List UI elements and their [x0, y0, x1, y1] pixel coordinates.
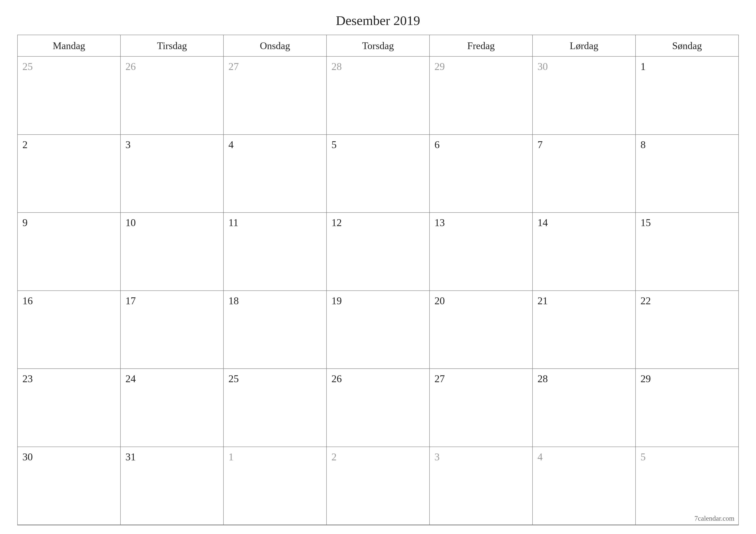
- weekday-header: Torsdag: [327, 35, 430, 57]
- day-cell: 2: [327, 447, 430, 525]
- day-cell: 2: [18, 135, 121, 213]
- day-number: 4: [229, 139, 233, 150]
- week-row: 16171819202122: [18, 291, 738, 369]
- day-number: 26: [125, 61, 136, 72]
- day-number: 31: [125, 451, 136, 463]
- week-row: 303112345: [18, 447, 738, 525]
- day-number: 13: [434, 217, 445, 228]
- day-number: 23: [22, 373, 33, 384]
- day-number: 28: [537, 373, 548, 384]
- day-cell: 23: [18, 369, 121, 447]
- weekday-header-row: Mandag Tirsdag Onsdag Torsdag Fredag Lør…: [18, 35, 738, 57]
- day-number: 25: [22, 61, 33, 72]
- footer-attribution: 7calendar.com: [694, 514, 735, 522]
- day-number: 6: [434, 139, 440, 150]
- day-number: 1: [640, 61, 646, 72]
- day-cell: 15: [636, 213, 738, 291]
- day-number: 16: [22, 295, 33, 306]
- day-number: 9: [22, 217, 28, 228]
- day-number: 1: [229, 451, 233, 463]
- day-cell: 13: [430, 213, 533, 291]
- day-number: 24: [125, 373, 136, 384]
- day-number: 11: [229, 217, 238, 228]
- day-number: 20: [434, 295, 445, 306]
- day-cell: 5: [327, 135, 430, 213]
- day-cell: 22: [636, 291, 738, 369]
- day-number: 10: [125, 217, 136, 228]
- day-number: 25: [229, 373, 239, 384]
- day-cell: 5: [636, 447, 738, 525]
- day-number: 2: [332, 451, 337, 463]
- day-cell: 30: [533, 57, 636, 135]
- day-cell: 29: [636, 369, 738, 447]
- day-cell: 11: [224, 213, 327, 291]
- day-number: 14: [537, 217, 548, 228]
- day-cell: 24: [121, 369, 224, 447]
- calendar-title: Desember 2019: [17, 13, 739, 28]
- day-cell: 3: [430, 447, 533, 525]
- day-number: 26: [332, 373, 342, 384]
- day-cell: 4: [224, 135, 327, 213]
- day-cell: 29: [430, 57, 533, 135]
- day-cell: 14: [533, 213, 636, 291]
- day-number: 29: [640, 373, 651, 384]
- day-number: 19: [332, 295, 342, 306]
- day-number: 28: [332, 61, 342, 72]
- day-number: 18: [229, 295, 239, 306]
- weekday-header: Onsdag: [224, 35, 327, 57]
- day-number: 5: [640, 451, 646, 463]
- week-row: 9101112131415: [18, 213, 738, 291]
- day-number: 15: [640, 217, 651, 228]
- day-cell: 10: [121, 213, 224, 291]
- day-number: 12: [332, 217, 342, 228]
- day-cell: 26: [327, 369, 430, 447]
- day-cell: 28: [533, 369, 636, 447]
- day-number: 30: [22, 451, 33, 463]
- day-cell: 21: [533, 291, 636, 369]
- day-number: 2: [22, 139, 28, 150]
- weekday-header: Fredag: [430, 35, 533, 57]
- week-row: 23242526272829: [18, 369, 738, 447]
- day-cell: 3: [121, 135, 224, 213]
- weekday-header: Søndag: [636, 35, 738, 57]
- day-number: 4: [537, 451, 543, 463]
- day-cell: 19: [327, 291, 430, 369]
- day-cell: 28: [327, 57, 430, 135]
- day-cell: 27: [430, 369, 533, 447]
- day-cell: 12: [327, 213, 430, 291]
- day-number: 7: [537, 139, 543, 150]
- day-number: 22: [640, 295, 651, 306]
- day-number: 21: [537, 295, 548, 306]
- day-number: 27: [434, 373, 445, 384]
- day-number: 30: [537, 61, 548, 72]
- day-number: 3: [434, 451, 440, 463]
- day-cell: 25: [224, 369, 327, 447]
- day-cell: 1: [636, 57, 738, 135]
- day-cell: 9: [18, 213, 121, 291]
- day-number: 8: [640, 139, 646, 150]
- weekday-header: Lørdag: [533, 35, 636, 57]
- day-cell: 17: [121, 291, 224, 369]
- calendar-grid: Mandag Tirsdag Onsdag Torsdag Fredag Lør…: [17, 35, 739, 525]
- day-cell: 27: [224, 57, 327, 135]
- day-cell: 4: [533, 447, 636, 525]
- day-number: 29: [434, 61, 445, 72]
- day-cell: 8: [636, 135, 738, 213]
- weekday-header: Mandag: [18, 35, 121, 57]
- day-cell: 31: [121, 447, 224, 525]
- weekday-header: Tirsdag: [121, 35, 224, 57]
- day-cell: 7: [533, 135, 636, 213]
- day-cell: 1: [224, 447, 327, 525]
- day-number: 17: [125, 295, 136, 306]
- day-number: 5: [332, 139, 337, 150]
- week-row: 2526272829301: [18, 57, 738, 135]
- day-number: 27: [229, 61, 239, 72]
- day-cell: 18: [224, 291, 327, 369]
- day-cell: 16: [18, 291, 121, 369]
- day-cell: 26: [121, 57, 224, 135]
- day-cell: 25: [18, 57, 121, 135]
- week-row: 2345678: [18, 135, 738, 213]
- day-cell: 6: [430, 135, 533, 213]
- day-number: 3: [125, 139, 131, 150]
- day-cell: 20: [430, 291, 533, 369]
